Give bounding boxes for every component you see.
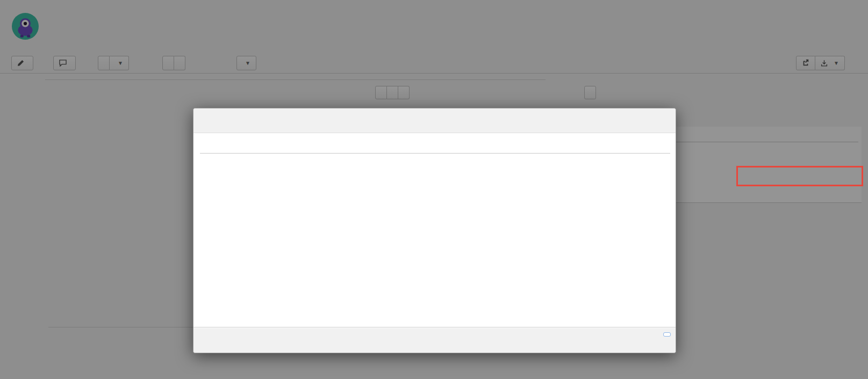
coverage-detail-table <box>200 133 670 154</box>
col-status <box>475 133 548 153</box>
close-dialog-link[interactable] <box>663 332 671 337</box>
col-test-case <box>200 133 374 153</box>
col-executor <box>548 133 593 153</box>
table-header-row <box>200 133 670 153</box>
col-exec-time <box>593 133 670 153</box>
coverage-detail-dialog <box>193 108 676 353</box>
page: ▼ ▼ ▼ <box>0 0 868 379</box>
col-cycle <box>374 133 475 153</box>
highlight-annotation-box <box>736 166 863 186</box>
dialog-header <box>193 108 676 133</box>
dialog-footer <box>193 327 676 353</box>
